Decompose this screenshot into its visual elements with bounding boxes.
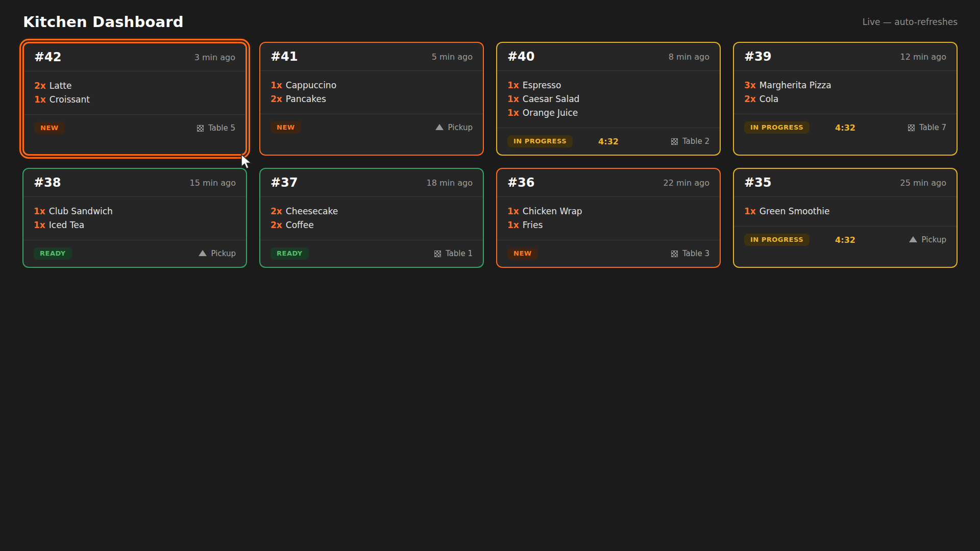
order-card[interactable]: #36 22 min ago 1xChicken Wrap1xFries NEW… [496,168,721,268]
item-quantity: 1x [34,206,45,216]
item-name: Club Sandwich [49,206,113,216]
item-name: Cheesecake [286,206,338,216]
order-item: 2xCoffee [271,218,473,232]
item-quantity: 2x [271,94,282,104]
item-quantity: 1x [34,220,45,230]
order-id: #38 [34,176,61,190]
order-item: 2xLatte [34,79,235,93]
destination: Table 1 [434,249,473,258]
item-quantity: 1x [34,94,46,105]
status-badge: IN PROGRESS [744,121,810,134]
live-status: Live — auto-refreshes [863,17,958,27]
order-id: #40 [507,49,535,64]
order-items: 1xGreen Smoothie [734,197,957,227]
order-item: 1xCroissant [34,93,235,107]
order-card-header: #38 15 min ago [23,169,246,197]
table-grid-icon [671,251,678,257]
order-card[interactable]: #35 25 min ago 1xGreen Smoothie IN PROGR… [733,168,958,268]
order-card-footer: IN PROGRESS 4:32 Pickup [734,227,957,253]
item-name: Cola [760,94,778,104]
order-card-footer: READY Table 1 [260,240,483,267]
order-item: 1xChicken Wrap [507,205,709,218]
item-quantity: 1x [507,94,519,104]
status-badge: NEW [507,247,538,260]
destination-label: Table 3 [682,249,709,258]
item-name: Coffee [286,220,314,230]
destination: Table 7 [908,123,946,132]
order-time: 18 min ago [427,178,473,188]
order-id: #35 [744,176,772,190]
table-grid-icon [671,138,678,145]
order-time: 5 min ago [432,52,473,62]
order-id: #37 [271,176,298,190]
item-quantity: 1x [507,220,519,230]
destination-label: Pickup [211,249,236,258]
order-items: 1xEspresso1xCaesar Salad1xOrange Juice [497,71,720,128]
timer: 4:32 [835,123,855,133]
order-card[interactable]: #41 5 min ago 1xCappuccino2xPancakes NEW… [259,42,484,156]
item-quantity: 1x [507,80,519,90]
item-name: Fries [523,220,543,230]
item-quantity: 2x [271,206,282,216]
order-time: 25 min ago [900,178,946,188]
order-card-footer: IN PROGRESS 4:32 Table 7 [734,114,957,141]
pickup-triangle-icon [909,236,917,242]
item-name: Caesar Salad [523,94,580,104]
order-item: 1xCaesar Salad [507,92,709,106]
item-name: Croissant [50,94,90,105]
item-name: Orange Juice [523,108,578,118]
item-name: Iced Tea [49,220,84,230]
order-item: 1xEspresso [507,79,709,92]
destination: Table 3 [671,249,709,258]
top-bar: Kitchen Dashboard Live — auto-refreshes [0,0,980,42]
order-card-header: #35 25 min ago [734,169,957,197]
order-time: 22 min ago [664,178,709,188]
order-time: 8 min ago [669,52,709,62]
status-badge: NEW [34,122,65,134]
destination-label: Pickup [922,235,946,244]
order-id: #36 [507,176,535,190]
destination-label: Table 7 [919,123,946,132]
status-badge: READY [34,247,72,260]
page-title: Kitchen Dashboard [23,13,184,31]
order-time: 3 min ago [194,53,235,62]
order-items: 1xCappuccino2xPancakes [260,71,483,114]
order-card-header: #37 18 min ago [260,169,483,197]
item-name: Chicken Wrap [523,206,582,216]
item-quantity: 2x [34,81,46,91]
order-card[interactable]: #39 12 min ago 3xMargherita Pizza2xCola … [733,42,958,156]
item-quantity: 1x [507,108,519,118]
timer: 4:32 [835,235,855,245]
order-item: 1xOrange Juice [507,106,709,120]
timer: 4:32 [598,137,619,146]
table-grid-icon [908,124,915,131]
order-time: 12 min ago [900,52,946,62]
destination: Pickup [909,235,946,244]
item-name: Pancakes [286,94,326,104]
order-item: 1xFries [507,218,709,232]
order-card-footer: READY Pickup [23,240,246,267]
order-card[interactable]: #37 18 min ago 2xCheesecake2xCoffee READ… [259,168,484,268]
destination: Table 2 [671,137,709,146]
order-card-footer: NEW Table 3 [497,240,720,267]
order-card[interactable]: #42 3 min ago 2xLatte1xCroissant NEW Tab… [22,42,247,156]
destination: Pickup [199,249,236,258]
order-item: 3xMargherita Pizza [744,79,946,92]
order-card[interactable]: #40 8 min ago 1xEspresso1xCaesar Salad1x… [496,42,721,156]
order-item: 1xCappuccino [271,79,473,92]
item-quantity: 2x [271,220,282,230]
order-card[interactable]: #38 15 min ago 1xClub Sandwich1xIced Tea… [22,168,247,268]
order-items: 2xCheesecake2xCoffee [260,197,483,240]
order-item: 1xGreen Smoothie [744,205,946,218]
order-card-footer: NEW Table 5 [24,115,246,141]
status-badge: IN PROGRESS [744,234,810,246]
order-time: 15 min ago [190,178,236,188]
destination: Pickup [435,123,473,132]
item-name: Green Smoothie [760,206,830,216]
item-name: Espresso [523,80,561,90]
table-grid-icon [197,125,204,132]
order-card-header: #42 3 min ago [24,43,246,71]
order-card-header: #41 5 min ago [260,43,483,71]
order-items: 1xClub Sandwich1xIced Tea [23,197,246,240]
destination-label: Pickup [448,123,473,132]
